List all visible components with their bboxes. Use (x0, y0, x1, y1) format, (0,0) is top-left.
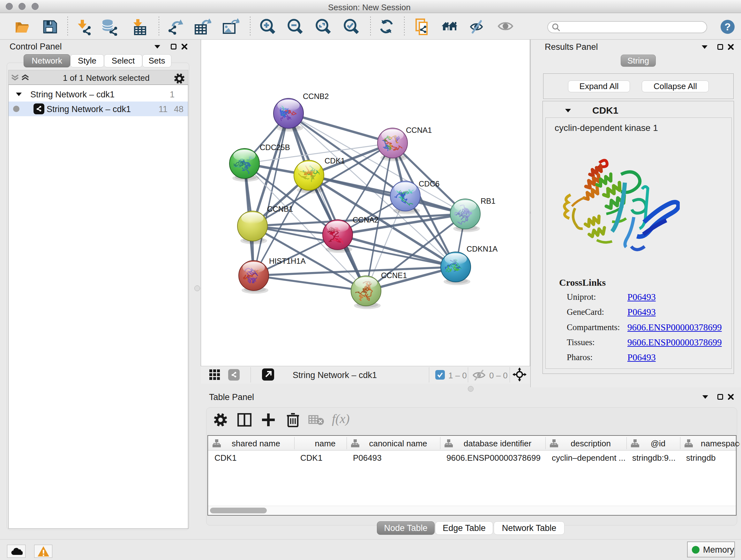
svg-text:CDKN1A: CDKN1A (467, 245, 497, 253)
svg-text:CCNA1: CCNA1 (406, 126, 432, 134)
svg-text:CCNB2: CCNB2 (303, 92, 329, 101)
svg-text:CCNA2: CCNA2 (353, 215, 379, 224)
svg-text:CCNB1: CCNB1 (267, 205, 293, 213)
svg-text:CDC25B: CDC25B (260, 143, 290, 152)
svg-text:CDK1: CDK1 (325, 157, 345, 165)
svg-text:HIST1H1A: HIST1H1A (269, 257, 306, 265)
svg-text:CDC6: CDC6 (419, 179, 440, 188)
svg-text:RB1: RB1 (481, 197, 495, 205)
svg-text:CCNE1: CCNE1 (381, 271, 407, 280)
